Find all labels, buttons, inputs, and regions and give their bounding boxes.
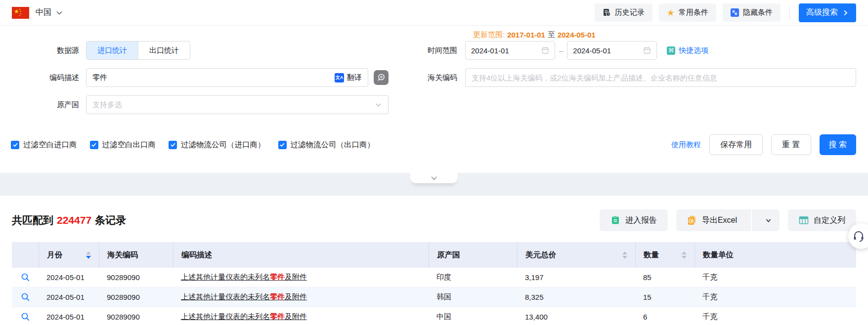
favorites-button[interactable]: ★ 常用条件 [659, 3, 716, 22]
sort-month[interactable] [86, 251, 91, 259]
magnifier-icon [21, 273, 30, 282]
cell-origin: 中国 [429, 307, 517, 325]
table-header-row: 月份 海关编码 编码描述 原产国 美元总价 数量 数量单位 [12, 242, 856, 268]
translate-icon: 文A [335, 73, 344, 82]
table-body: 2024-05-01 90289090 上述其他计量仪表的未列名零件及附件 印度… [12, 268, 856, 325]
cell-hs-code: 90289090 [99, 307, 173, 325]
chevron-down-icon [55, 9, 63, 17]
cell-description[interactable]: 上述其他计量仪表的未列名零件及附件 [173, 268, 429, 287]
sort-quantity[interactable] [682, 251, 687, 259]
checkbox-checked-icon [90, 141, 98, 149]
header-hs-code: 海关编码 [99, 242, 173, 268]
quick-options-button[interactable]: ⌘ 快捷选项 [667, 46, 708, 55]
origin-country-placeholder: 支持多选 [92, 100, 122, 110]
cell-month: 2024-05-01 [39, 268, 99, 287]
time-range-label: 时间范围 [389, 46, 465, 55]
row-detail-search-button[interactable] [12, 287, 39, 307]
cell-unit: 千克 [694, 307, 856, 325]
export-excel-icon [687, 215, 697, 225]
sort-usd-total[interactable] [622, 251, 627, 259]
keyword-highlight: 零件 [270, 312, 285, 321]
cell-quantity: 15 [635, 287, 694, 307]
cell-description[interactable]: 上述其他计量仪表的未列名零件及附件 [173, 307, 429, 325]
tutorial-link[interactable]: 使用教程 [671, 140, 701, 150]
cell-unit: 千克 [694, 268, 856, 287]
checkbox-checked-icon [169, 141, 177, 149]
custom-columns-button[interactable]: 自定义列 [788, 209, 856, 231]
checkbox-checked-icon [11, 141, 19, 149]
row-detail-search-button[interactable] [12, 268, 39, 287]
cell-description[interactable]: 上述其他计量仪表的未列名零件及附件 [173, 287, 429, 307]
update-range-end: 2024-05-01 [558, 31, 596, 39]
china-flag-icon: ★ ★ ★ ★ ★ [12, 7, 29, 19]
checkbox-filter-logistics-importer[interactable]: 过滤物流公司（进口商） [169, 140, 265, 150]
chevron-down-icon [765, 217, 772, 224]
export-excel-button[interactable]: 导出Excel [676, 209, 746, 231]
results-section: 共匹配到224477条记录 进入报告 [0, 196, 868, 325]
keyword-highlight: 零件 [270, 292, 285, 301]
custom-columns-icon [799, 216, 809, 225]
hs-code-input[interactable] [472, 74, 850, 82]
results-table: 月份 海关编码 编码描述 原产国 美元总价 数量 数量单位 [12, 242, 856, 325]
origin-country-select[interactable]: 支持多选 [86, 95, 389, 114]
hide-conditions-button[interactable]: 隐藏条件 [723, 3, 781, 22]
favorites-label: 常用条件 [679, 8, 708, 17]
magnifier-icon [21, 292, 30, 302]
calendar-icon [541, 46, 549, 54]
quick-options-icon: ⌘ [667, 46, 675, 55]
results-title: 共匹配到224477条记录 [12, 213, 126, 227]
code-description-input[interactable] [92, 74, 335, 82]
search-button[interactable]: 搜 索 [820, 134, 856, 155]
results-count: 224477 [57, 214, 91, 226]
tab-import-stats[interactable]: 进口统计 [87, 41, 138, 59]
save-favorite-button[interactable]: 保存常用 [709, 134, 763, 155]
header-month[interactable]: 月份 [39, 242, 99, 268]
translate-button[interactable]: 文A 翻译 [335, 73, 362, 82]
hs-code-label: 海关编码 [389, 73, 465, 82]
update-range-start: 2017-01-01 [507, 31, 545, 39]
collapse-panel-tab[interactable] [410, 173, 458, 183]
chevron-down-icon [430, 175, 438, 182]
checkbox-filter-blank-importer[interactable]: 过滤空白进口商 [11, 140, 77, 150]
exact-match-button[interactable] [374, 70, 389, 85]
end-date-picker[interactable]: 2024-05-01 [567, 41, 657, 60]
advanced-search-label: 高级搜索 [806, 7, 838, 18]
cell-month: 2024-05-01 [39, 307, 99, 325]
update-range-to: 至 [548, 30, 555, 40]
row-detail-search-button[interactable] [12, 307, 39, 325]
start-date-value: 2024-01-01 [471, 46, 509, 55]
history-label: 历史记录 [615, 8, 645, 17]
enter-report-button[interactable]: 进入报告 [600, 209, 668, 231]
end-date-value: 2024-05-01 [573, 46, 611, 55]
checkbox-filter-logistics-exporter[interactable]: 过滤物流公司（出口商） [278, 140, 375, 150]
header-description: 编码描述 [173, 242, 429, 268]
calendar-icon [643, 46, 651, 54]
export-options-caret[interactable] [757, 209, 780, 231]
header-quantity[interactable]: 数量 [635, 242, 694, 268]
chevron-down-icon [375, 101, 382, 109]
custom-columns-label: 自定义列 [814, 215, 845, 226]
country-selector[interactable]: ★ ★ ★ ★ ★ 中国 [12, 7, 63, 19]
enter-report-label: 进入报告 [625, 215, 657, 226]
header-row-action [12, 242, 39, 268]
cell-month: 2024-05-01 [39, 287, 99, 307]
reset-button[interactable]: 重 置 [771, 134, 811, 155]
search-panel: 数据源 进口统计 出口统计 编码描述 文A 翻译 [0, 26, 868, 173]
star-icon: ★ [667, 8, 675, 17]
svg-text:★: ★ [19, 14, 21, 17]
update-range: 更新范围: 2017-01-01 至 2024-05-01 [389, 29, 856, 41]
tab-export-stats[interactable]: 出口统计 [138, 41, 190, 59]
quick-options-label: 快捷选项 [679, 46, 708, 55]
header-usd-total[interactable]: 美元总价 [517, 242, 635, 268]
table-row: 2024-05-01 90289090 上述其他计量仪表的未列名零件及附件 中国… [12, 307, 856, 325]
checkbox-filter-blank-exporter[interactable]: 过滤空白出口商 [90, 140, 156, 150]
headset-icon [853, 230, 865, 242]
start-date-picker[interactable]: 2024-01-01 [465, 41, 555, 60]
history-button[interactable]: 历史记录 [595, 3, 652, 22]
data-source-tabs: 进口统计 出口统计 [86, 41, 190, 60]
data-source-label: 数据源 [12, 46, 86, 55]
advanced-search-button[interactable]: 高级搜索 [799, 3, 856, 22]
export-excel-button-group: 导出Excel [676, 209, 780, 231]
cell-usd-total: 3,197 [517, 268, 635, 287]
cell-quantity: 85 [635, 268, 694, 287]
